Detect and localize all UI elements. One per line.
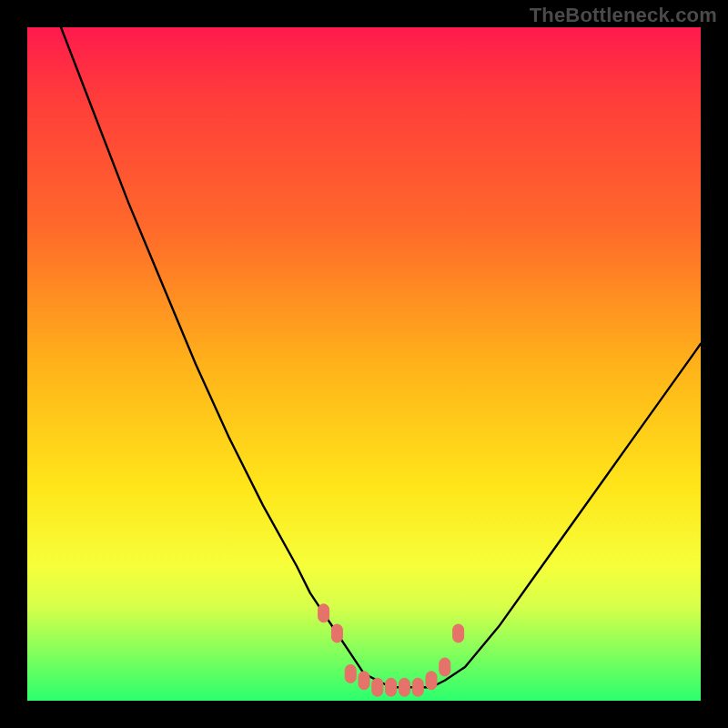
valley-marker [331,624,342,642]
chart-frame: TheBottleneck.com [0,0,728,728]
valley-marker [453,624,464,642]
valley-marker [426,672,437,690]
plot-area [27,27,701,701]
valley-marker [399,678,410,696]
valley-marker [359,672,369,690]
valley-marker [412,678,423,696]
watermark-text: TheBottleneck.com [530,4,717,27]
valley-marker [372,678,383,696]
valley-marker [440,658,450,676]
bottleneck-curve [27,27,701,701]
valley-marker [318,604,329,622]
valley-marker [386,678,397,696]
valley-marker [345,664,356,682]
